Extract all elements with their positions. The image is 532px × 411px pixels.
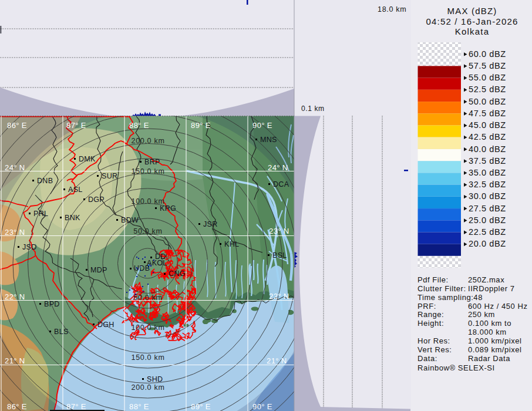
svg-text:37.5 dBZ: 37.5 dBZ bbox=[469, 156, 506, 166]
svg-text:22° N: 22° N bbox=[269, 292, 289, 301]
svg-text:23° N: 23° N bbox=[5, 228, 25, 237]
svg-text:250 km: 250 km bbox=[468, 310, 495, 319]
svg-text:50.0 km: 50.0 km bbox=[133, 294, 162, 302]
svg-text:24° N: 24° N bbox=[5, 163, 25, 172]
svg-text:87° E: 87° E bbox=[66, 121, 86, 130]
svg-text:88° E: 88° E bbox=[129, 402, 149, 411]
svg-text:MDP: MDP bbox=[90, 266, 107, 274]
svg-text:BLS: BLS bbox=[54, 328, 69, 336]
svg-text:Height:: Height: bbox=[417, 319, 444, 328]
svg-text:47.5 dBZ: 47.5 dBZ bbox=[469, 109, 506, 118]
svg-text:DGH: DGH bbox=[97, 321, 115, 329]
svg-text:25.0 dBZ: 25.0 dBZ bbox=[469, 215, 506, 225]
svg-text:50.0 dBZ: 50.0 dBZ bbox=[469, 97, 506, 106]
svg-text:18.000 km: 18.000 km bbox=[468, 328, 507, 336]
svg-text:MAX (dBZ): MAX (dBZ) bbox=[447, 6, 497, 16]
svg-text:86° E: 86° E bbox=[7, 121, 27, 130]
svg-text:DCA: DCA bbox=[273, 180, 289, 188]
svg-text:45.0 dBZ: 45.0 dBZ bbox=[469, 120, 506, 130]
svg-text:BPD: BPD bbox=[44, 300, 60, 308]
svg-text:ASL: ASL bbox=[68, 186, 83, 194]
svg-text:22° N: 22° N bbox=[5, 292, 25, 301]
svg-text:21° N: 21° N bbox=[5, 356, 25, 365]
svg-text:0.1 km: 0.1 km bbox=[301, 105, 325, 113]
svg-text:90° E: 90° E bbox=[252, 121, 272, 130]
svg-text:Radar Data: Radar Data bbox=[468, 354, 510, 363]
svg-text:32.5 dBZ: 32.5 dBZ bbox=[469, 180, 506, 189]
svg-text:24° N: 24° N bbox=[268, 163, 288, 172]
svg-text:BNK: BNK bbox=[65, 214, 80, 222]
svg-text:600 Hz / 450 Hz: 600 Hz / 450 Hz bbox=[468, 302, 527, 311]
svg-text:KRG: KRG bbox=[160, 204, 176, 213]
svg-text:55.0 dBZ: 55.0 dBZ bbox=[469, 73, 506, 82]
svg-text:18.0 km: 18.0 km bbox=[378, 5, 406, 14]
svg-text:Kolkata: Kolkata bbox=[455, 26, 489, 36]
svg-text:Range:: Range: bbox=[417, 310, 444, 319]
svg-text:KHL: KHL bbox=[224, 240, 239, 248]
svg-text:21° N: 21° N bbox=[267, 356, 287, 365]
svg-text:Rainbow® SELEX-SI: Rainbow® SELEX-SI bbox=[417, 363, 495, 372]
svg-text:52.5 dBZ: 52.5 dBZ bbox=[469, 85, 506, 94]
svg-text:CNG: CNG bbox=[169, 269, 186, 278]
svg-text:87° E: 87° E bbox=[66, 402, 86, 411]
svg-text:50.0 km: 50.0 km bbox=[133, 227, 162, 235]
svg-text:200.0 km: 200.0 km bbox=[131, 383, 164, 392]
svg-text:23° N: 23° N bbox=[269, 227, 289, 235]
svg-text:200.0 km: 200.0 km bbox=[131, 137, 164, 145]
svg-text:DGP: DGP bbox=[88, 196, 105, 204]
svg-text:JSR: JSR bbox=[203, 220, 218, 228]
svg-text:Hor Res:: Hor Res: bbox=[417, 336, 450, 345]
svg-text:Clutter Filter:: Clutter Filter: bbox=[417, 284, 466, 293]
svg-text:27.5 dBZ: 27.5 dBZ bbox=[469, 204, 506, 213]
svg-text:0.089 km/pixel: 0.089 km/pixel bbox=[468, 345, 522, 354]
svg-text:57.5 dBZ: 57.5 dBZ bbox=[469, 61, 506, 70]
svg-text:04:52 / 16-Jan-2026: 04:52 / 16-Jan-2026 bbox=[426, 16, 518, 26]
svg-text:22.5 dBZ: 22.5 dBZ bbox=[469, 227, 506, 237]
svg-text:1.000 km/pixel: 1.000 km/pixel bbox=[468, 336, 522, 345]
svg-text:40.0 dBZ: 40.0 dBZ bbox=[469, 144, 506, 154]
svg-text:BSL: BSL bbox=[272, 251, 287, 260]
svg-text:42.5 dBZ: 42.5 dBZ bbox=[469, 132, 506, 142]
svg-text:90° E: 90° E bbox=[252, 402, 272, 411]
svg-text:MNS: MNS bbox=[260, 136, 277, 144]
svg-text:DNB: DNB bbox=[37, 177, 53, 185]
svg-text:250Z.max: 250Z.max bbox=[468, 275, 504, 284]
svg-text:89° E: 89° E bbox=[191, 402, 211, 411]
svg-text:150.0 km: 150.0 km bbox=[131, 167, 164, 176]
svg-text:BDW: BDW bbox=[121, 216, 139, 224]
svg-text:30.0 dBZ: 30.0 dBZ bbox=[469, 191, 506, 201]
svg-text:0.100 km to: 0.100 km to bbox=[468, 319, 511, 328]
svg-text:SUR: SUR bbox=[102, 172, 117, 180]
svg-text:SHD: SHD bbox=[147, 375, 163, 383]
svg-text:AKOL: AKOL bbox=[147, 259, 167, 267]
svg-text:35.0 dBZ: 35.0 dBZ bbox=[469, 168, 506, 177]
svg-text:BRP: BRP bbox=[144, 158, 160, 166]
svg-text:DMK: DMK bbox=[79, 155, 96, 163]
svg-text:Time sampling:48: Time sampling:48 bbox=[417, 293, 483, 302]
svg-text:100.0 km: 100.0 km bbox=[131, 324, 164, 332]
svg-text:86° E: 86° E bbox=[7, 402, 27, 411]
svg-text:Vert Res:: Vert Res: bbox=[417, 345, 452, 354]
svg-text:89° E: 89° E bbox=[191, 121, 211, 130]
svg-text:150.0 km: 150.0 km bbox=[131, 353, 164, 362]
svg-text:60.0 dBZ: 60.0 dBZ bbox=[469, 49, 506, 59]
svg-text:20.0 dBZ: 20.0 dBZ bbox=[469, 239, 506, 248]
svg-text:Data:: Data: bbox=[417, 354, 437, 363]
svg-text:IIRDoppler 7: IIRDoppler 7 bbox=[468, 284, 515, 293]
svg-text:PRL: PRL bbox=[33, 210, 48, 218]
svg-text:PRF:: PRF: bbox=[417, 302, 436, 311]
svg-text:Pdf File:: Pdf File: bbox=[417, 275, 449, 284]
svg-text:88° E: 88° E bbox=[129, 121, 149, 130]
svg-text:JSD: JSD bbox=[22, 243, 37, 251]
